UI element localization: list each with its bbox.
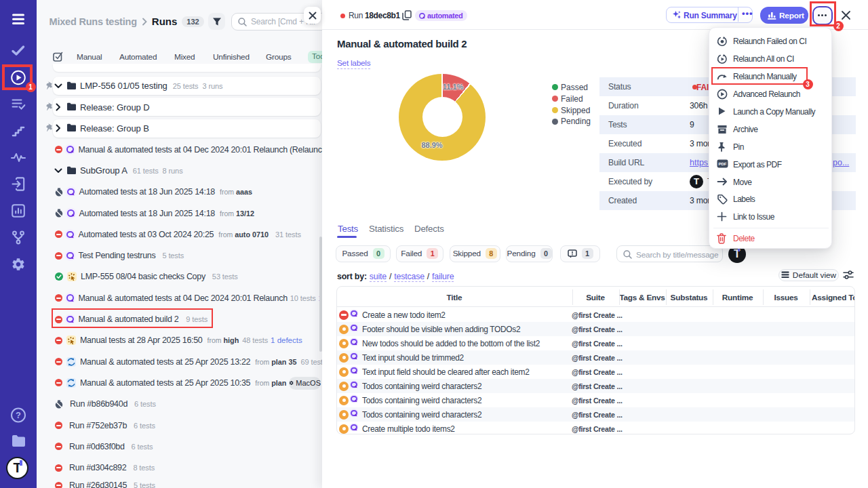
- svg-text:PDF: PDF: [718, 162, 726, 166]
- svg-text:?: ?: [16, 410, 21, 420]
